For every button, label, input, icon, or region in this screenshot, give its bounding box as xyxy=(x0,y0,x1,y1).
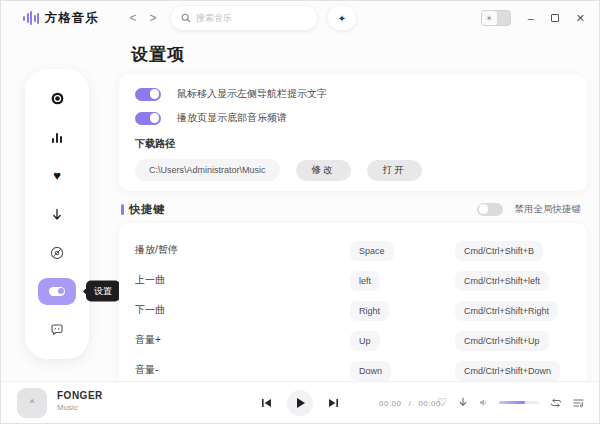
sidebar-item-favorites[interactable]: ♥ xyxy=(38,162,76,189)
logo-waveform-icon xyxy=(23,11,39,25)
shortcut-key[interactable]: Up xyxy=(350,331,380,351)
setting-row-nav-tips: 鼠标移入显示左侧导航栏提示文字 xyxy=(135,82,571,106)
shortcut-action-label: 音量+ xyxy=(135,333,350,347)
shortcut-key[interactable]: Space xyxy=(350,241,394,261)
player-right-controls: ♡ xyxy=(437,382,584,423)
next-icon xyxy=(328,398,339,408)
shortcut-key[interactable]: Down xyxy=(350,361,391,381)
section-marker xyxy=(121,204,124,215)
forward-button[interactable]: > xyxy=(143,11,163,25)
play-button[interactable] xyxy=(287,390,313,416)
shortcuts-title: 快捷键 xyxy=(129,202,165,217)
download-path-row: C:\Users\Administrator\Music 修改 打开 xyxy=(135,159,571,181)
minimize-button[interactable]: – xyxy=(528,13,534,24)
track-subtitle: Music xyxy=(57,403,103,412)
repeat-mode-button[interactable] xyxy=(550,398,562,408)
volume-slider-fill xyxy=(499,401,525,404)
nav-tips-toggle[interactable] xyxy=(135,88,161,101)
shortcut-action-label: 下一曲 xyxy=(135,303,350,317)
maximize-button[interactable] xyxy=(551,14,559,22)
shortcut-action-label: 播放/暂停 xyxy=(135,243,350,257)
search-input[interactable] xyxy=(196,13,296,23)
settings-toggle-icon xyxy=(49,287,65,296)
settings-tooltip: 设置 xyxy=(86,281,120,302)
shortcuts-card: 播放/暂停 Space Cmd/Ctrl+Shift+B 上一曲 left Cm… xyxy=(119,223,587,396)
sidebar-item-recent[interactable] xyxy=(38,239,76,266)
app-logo: 方格音乐 xyxy=(23,10,99,27)
setting-row-spectrum: 播放页显示底部音乐频谱 xyxy=(135,106,571,130)
modify-path-button[interactable]: 修改 xyxy=(296,160,351,181)
shortcut-key[interactable]: Right xyxy=(350,301,389,321)
download-path-label: 下载路径 xyxy=(135,137,571,151)
shortcut-global-key[interactable]: Cmd/Ctrl+Shift+Up xyxy=(455,331,549,351)
sidebar: ♥ 设置 xyxy=(25,69,89,359)
titlebar: 方格音乐 < > ✦ ☀ – ✕ xyxy=(1,1,599,35)
playback-controls xyxy=(261,382,339,423)
disable-global-shortcuts-toggle[interactable] xyxy=(477,203,503,216)
shortcut-global-key[interactable]: Cmd/Ctrl+Shift+B xyxy=(455,241,543,261)
playlist-icon xyxy=(573,398,584,408)
nav-tips-label: 鼠标移入显示左侧导航栏提示文字 xyxy=(177,87,327,101)
sidebar-item-charts[interactable] xyxy=(38,124,76,151)
heart-outline-icon: ♡ xyxy=(437,397,447,408)
shortcut-global-key[interactable]: Cmd/Ctrl+Shift+Right xyxy=(455,301,558,321)
shortcut-row-previous: 上一曲 left Cmd/Ctrl+Shift+left xyxy=(135,265,571,295)
repeat-icon xyxy=(550,398,562,408)
download-path-field[interactable]: C:\Users\Administrator\Music xyxy=(135,159,280,181)
general-settings-card: 鼠标移入显示左侧导航栏提示文字 播放页显示底部音乐频谱 下载路径 C:\User… xyxy=(119,74,587,191)
theme-toggle[interactable]: ☀ xyxy=(481,10,511,26)
disable-global-shortcuts-label: 禁用全局快捷键 xyxy=(515,203,582,216)
spectrum-label: 播放页显示底部音乐频谱 xyxy=(177,111,287,125)
caret-up-icon: ^ xyxy=(30,398,34,408)
track-info: FONGER Music xyxy=(57,390,103,412)
playlist-button[interactable] xyxy=(573,398,584,408)
disc-icon xyxy=(51,92,64,105)
time-display: 00:00 / 00:00 xyxy=(379,398,441,407)
app-title: 方格音乐 xyxy=(45,10,99,27)
download-icon xyxy=(458,397,468,408)
time-separator: / xyxy=(409,398,412,407)
track-title: FONGER xyxy=(57,390,103,401)
album-art-expand-button[interactable]: ^ xyxy=(17,388,47,418)
close-button[interactable]: ✕ xyxy=(576,13,585,24)
shortcut-row-next: 下一曲 Right Cmd/Ctrl+Shift+Right xyxy=(135,295,571,325)
previous-track-button[interactable] xyxy=(261,398,272,408)
play-icon xyxy=(297,398,305,408)
sun-icon: ☀ xyxy=(482,11,497,25)
like-button[interactable]: ♡ xyxy=(437,397,447,408)
chart-bars-icon xyxy=(52,132,61,143)
shortcut-action-label: 音量- xyxy=(135,363,350,377)
speaker-icon xyxy=(479,398,488,407)
download-arrow-icon xyxy=(51,208,63,221)
player-bar: ^ FONGER Music 00:00 xyxy=(1,381,599,423)
sidebar-item-settings[interactable]: 设置 xyxy=(38,278,76,305)
spectrum-toggle[interactable] xyxy=(135,112,161,125)
shortcuts-header: 快捷键 禁用全局快捷键 xyxy=(121,201,585,217)
next-track-button[interactable] xyxy=(328,398,339,408)
current-time: 00:00 xyxy=(379,398,402,407)
heart-icon: ♥ xyxy=(53,169,61,182)
open-path-button[interactable]: 打开 xyxy=(367,160,422,181)
volume-button[interactable] xyxy=(479,398,488,407)
page-title: 设置项 xyxy=(131,43,587,66)
back-button[interactable]: < xyxy=(123,11,143,25)
sparkle-button[interactable]: ✦ xyxy=(328,6,356,30)
cd-icon xyxy=(50,246,64,260)
sidebar-item-feedback[interactable] xyxy=(38,316,76,343)
sidebar-item-music[interactable] xyxy=(38,85,76,112)
download-track-button[interactable] xyxy=(458,397,468,408)
sparkle-icon: ✦ xyxy=(338,13,346,24)
app-window: 方格音乐 < > ✦ ☀ – ✕ xyxy=(0,0,600,424)
shortcut-global-key[interactable]: Cmd/Ctrl+Shift+Down xyxy=(455,361,560,381)
chat-bubble-icon xyxy=(50,323,64,337)
volume-slider[interactable] xyxy=(499,401,539,404)
shortcut-global-key[interactable]: Cmd/Ctrl+Shift+left xyxy=(455,271,549,291)
sidebar-item-downloads[interactable] xyxy=(38,201,76,228)
shortcut-row-play-pause: 播放/暂停 Space Cmd/Ctrl+Shift+B xyxy=(135,235,571,265)
search-icon xyxy=(181,13,191,23)
shortcut-key[interactable]: left xyxy=(350,271,380,291)
shortcut-action-label: 上一曲 xyxy=(135,273,350,287)
previous-icon xyxy=(261,398,272,408)
search-box[interactable] xyxy=(171,6,317,30)
shortcut-row-volume-up: 音量+ Up Cmd/Ctrl+Shift+Up xyxy=(135,325,571,355)
